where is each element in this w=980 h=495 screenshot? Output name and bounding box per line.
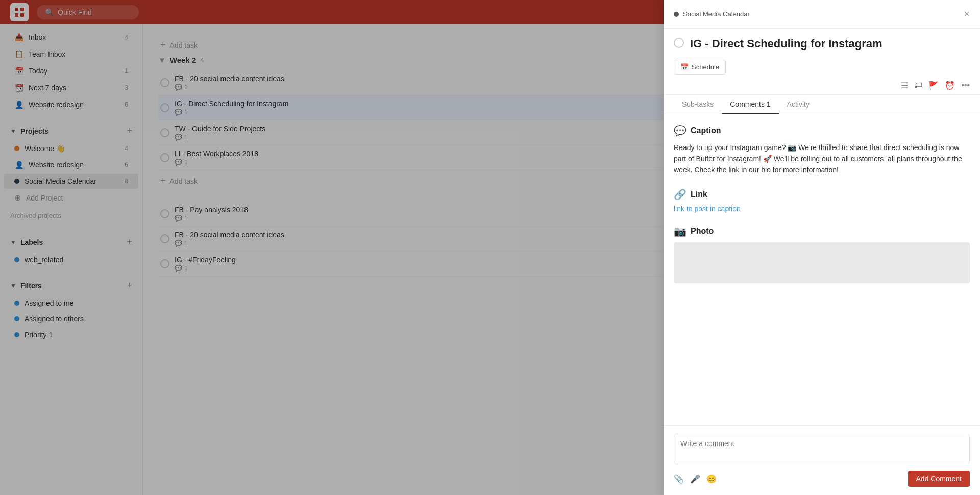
activity-tab-label: Activity <box>787 100 810 108</box>
add-comment-button[interactable]: Add Comment <box>908 471 970 487</box>
modal-header: Social Media Calendar × <box>664 0 980 29</box>
project-name: Social Media Calendar <box>683 10 750 18</box>
schedule-button[interactable]: 📅 Schedule <box>674 60 726 75</box>
modal-overlay[interactable]: Social Media Calendar × IG - Direct Sche… <box>0 0 980 495</box>
caption-text: Ready to up your Instagram game? 📷 We're… <box>674 142 970 176</box>
mic-icon[interactable]: 🎤 <box>690 474 700 484</box>
tab-comments[interactable]: Comments 1 <box>722 95 778 114</box>
modal-body: 💬 Caption Ready to up your Instagram gam… <box>664 114 980 425</box>
attachment-icon[interactable]: 📎 <box>674 474 684 484</box>
modal-actions: 📅 Schedule <box>664 56 980 81</box>
link-section: 🔗 Link link to post in caption <box>674 188 970 213</box>
more-icon[interactable]: ••• <box>961 81 970 90</box>
photo-section: 📷 Photo <box>674 225 970 283</box>
task-title-row: IG - Direct Scheduling for Instagram <box>664 29 980 56</box>
modal-task-title: IG - Direct Scheduling for Instagram <box>690 37 883 52</box>
project-dot <box>674 12 679 17</box>
emoji-icon[interactable]: 😊 <box>706 474 717 484</box>
photo-icon: 📷 <box>674 225 687 237</box>
tab-activity[interactable]: Activity <box>779 95 818 114</box>
clock-icon[interactable]: ⏰ <box>945 81 955 90</box>
caption-icon: 💬 <box>674 125 687 137</box>
project-badge: Social Media Calendar <box>674 10 750 18</box>
link-icon: 🔗 <box>674 188 687 201</box>
link-header: 🔗 Link <box>674 188 970 201</box>
comment-tools: 📎 🎤 😊 <box>674 474 717 484</box>
caption-title: Caption <box>691 126 721 135</box>
comment-textarea[interactable] <box>674 434 970 464</box>
close-button[interactable]: × <box>964 8 970 20</box>
modal-tabs: Sub-tasks Comments 1 Activity <box>664 95 980 114</box>
comment-toolbar: 📎 🎤 😊 Add Comment <box>674 471 970 487</box>
link-title: Link <box>691 190 707 199</box>
list-icon[interactable]: ☰ <box>901 81 908 90</box>
task-complete-circle-modal[interactable] <box>674 38 684 48</box>
photo-title: Photo <box>691 227 714 236</box>
tab-subtasks[interactable]: Sub-tasks <box>674 95 722 114</box>
link-url[interactable]: link to post in caption <box>674 205 970 213</box>
tag-icon[interactable]: 🏷 <box>914 81 922 90</box>
comment-input-area: 📎 🎤 😊 Add Comment <box>664 425 980 495</box>
caption-header: 💬 Caption <box>674 125 970 137</box>
subtasks-tab-label: Sub-tasks <box>682 100 714 108</box>
comments-tab-label: Comments 1 <box>730 100 770 108</box>
flag-icon[interactable]: 🚩 <box>928 81 939 90</box>
schedule-label: Schedule <box>692 63 719 71</box>
photo-placeholder <box>674 242 970 283</box>
photo-header: 📷 Photo <box>674 225 970 237</box>
task-detail-modal: Social Media Calendar × IG - Direct Sche… <box>664 0 980 495</box>
calendar-icon: 📅 <box>680 63 689 71</box>
caption-section: 💬 Caption Ready to up your Instagram gam… <box>674 125 970 176</box>
app-layout: 📥 Inbox 4 📋 Team Inbox 📅 Today 1 📆 Next … <box>0 0 980 495</box>
modal-toolbar: ☰ 🏷 🚩 ⏰ ••• <box>664 81 980 95</box>
